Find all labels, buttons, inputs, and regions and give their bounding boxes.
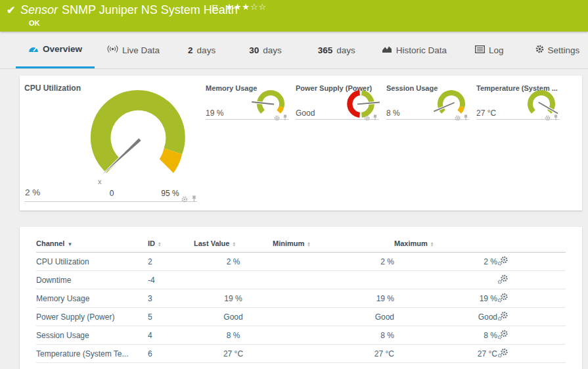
priority-stars[interactable]: ★★★☆☆ [225,2,267,12]
sensor-kind-label: Sensor [20,3,58,16]
sensor-header: ✔ SensorSNMP Juniper NS System Health ★★… [0,0,588,32]
gauge-settings-icon[interactable] [364,112,370,124]
tab-label: days [263,45,282,55]
minimum-value: 19 % [273,289,394,308]
last-value: 19 % [194,289,273,308]
last-value: 2 % [194,253,273,271]
tab-overview[interactable]: Overview [16,32,95,68]
gauge-memory-usage[interactable]: Memory Usage 19 % [206,84,289,120]
minimum-value [273,271,394,289]
tab-live-data[interactable]: Live Data [107,32,160,68]
channel-id: 5 [148,308,194,326]
tab-label: days [197,45,216,55]
tab-label: Overview [43,44,82,54]
table-row: Downtime -4 [36,271,566,289]
tab-2-days[interactable]: 2 days [188,32,215,68]
minimum-value: 2 % [273,253,394,271]
status-ok-check-icon: ✔ [7,4,15,16]
pin-icon[interactable] [283,112,288,124]
tab-365-days[interactable]: 365 days [318,32,355,68]
maximum-value: Good [394,308,497,326]
tab-label: Settings [548,45,580,55]
table-row: CPU Utilization 2 2 % 2 % 2 % [36,253,566,271]
gauge-icon [28,44,39,55]
last-value: 27 °C [194,345,273,363]
maximum-value [394,271,497,289]
table-row: Power Supply (Power) 5 Good Good Good [36,308,566,326]
pin-icon[interactable] [463,112,468,124]
table-row: Memory Usage 3 19 % 19 % 19 % [36,289,566,308]
pin-icon[interactable] [373,112,378,124]
gauge-cpu-utilization[interactable]: CPU Utilization x 0 95 % 2 % [20,76,204,210]
pin-icon[interactable] [553,112,558,124]
gear-icon [535,45,544,55]
sort-icon[interactable]: ▲▼ [158,241,161,247]
chart-icon [382,45,392,55]
gauge-title: CPU Utilization [24,84,81,93]
divider [24,201,197,202]
gauge-settings-icon[interactable] [545,112,551,124]
tab-log[interactable]: Log [475,32,504,68]
channel-settings-icon[interactable] [497,351,509,360]
channel-settings-icon[interactable] [497,258,509,268]
gauge-temperature[interactable]: Temperature (System ... 27 °C [476,84,560,120]
channel-name[interactable]: CPU Utilization [36,253,148,271]
sort-icon[interactable]: ▲▼ [307,241,310,247]
channel-settings-icon[interactable] [497,277,509,286]
minimum-value: 8 % [273,326,394,345]
gauge-session-usage[interactable]: Session Usage 8 % [386,84,470,120]
last-value: Good [194,308,273,326]
gauges-panel: CPU Utilization x 0 95 % 2 % Memory Usag… [20,76,582,210]
channel-name[interactable]: Temperature (System Te... [36,345,148,363]
tab-30-days[interactable]: 30 days [249,32,282,68]
tab-label: Historic Data [396,45,447,55]
tab-historic-data[interactable]: Historic Data [382,32,447,68]
gauge-value: 8 % [386,109,400,118]
sort-icon[interactable]: ▲▼ [430,241,434,247]
sensor-title: SNMP Juniper NS System Health [62,3,238,16]
tab-label: Live Data [122,45,160,55]
tab-number: 2 [188,45,193,55]
channel-table-panel: Channel▼ ID▲▼ Last Value▲▼ Minimum▲▼ Max… [20,227,582,369]
channel-table: Channel▼ ID▲▼ Last Value▲▼ Minimum▲▼ Max… [36,235,566,363]
gauge-max-label: 95 % [161,189,179,198]
table-row: Session Usage 4 8 % 8 % 8 % [36,326,566,345]
column-header-maximum[interactable]: Maximum▲▼ [394,235,497,253]
column-header-last-value[interactable]: Last Value▲▼ [194,235,273,253]
table-row: Temperature (System Te... 6 27 °C 27 °C … [36,345,566,363]
channel-name[interactable]: Memory Usage [36,289,148,308]
tab-settings[interactable]: Settings [535,32,580,68]
channel-name[interactable]: Downtime [36,271,148,289]
channel-id: 6 [148,345,194,363]
channel-name[interactable]: Session Usage [36,326,148,345]
last-value [194,271,273,289]
column-header-id[interactable]: ID▲▼ [148,235,194,253]
channel-id: 2 [148,253,194,271]
gauge-settings-icon[interactable] [274,112,280,124]
gauge-settings-icon[interactable] [455,112,461,124]
page-title: SensorSNMP Juniper NS System Health [20,3,238,17]
maximum-value: 19 % [394,289,497,308]
column-header-channel[interactable]: Channel▼ [36,235,148,253]
gauge-min-label: 0 [110,189,114,198]
flag-icon[interactable] [212,4,218,16]
cpu-gauge-dial[interactable]: x 0 95 % [74,77,206,202]
gauge-value: 19 % [206,109,223,118]
channel-name[interactable]: Power Supply (Power) [36,308,148,326]
sort-icon[interactable]: ▲▼ [232,241,235,247]
channel-settings-icon[interactable] [497,314,509,323]
maximum-value: 27 °C [394,345,497,363]
maximum-value: 8 % [394,326,497,345]
column-header-minimum[interactable]: Minimum▲▼ [273,235,394,253]
gauge-power-supply[interactable]: Power Supply (Power) Good [296,84,379,120]
last-value: 8 % [194,326,273,345]
minimum-value: Good [273,308,394,326]
channel-settings-icon[interactable] [497,295,509,305]
channel-id: 4 [148,326,194,345]
gauge-settings-icon[interactable] [181,193,188,205]
sort-desc-icon[interactable]: ▼ [67,241,72,247]
channel-settings-icon[interactable] [497,332,509,341]
pin-icon[interactable] [191,193,197,205]
channel-id: -4 [148,271,194,289]
tab-number: 365 [318,45,333,55]
